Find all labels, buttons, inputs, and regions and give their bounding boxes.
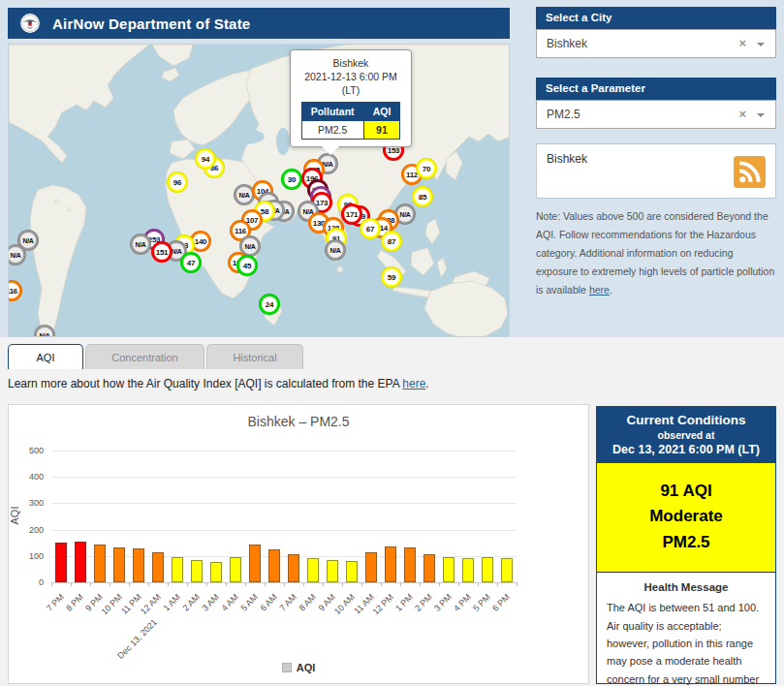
chart-bar[interactable] [346,561,358,582]
chart-bar[interactable] [210,562,222,582]
city-panel-header: Select a City [536,7,776,29]
chart-bar[interactable] [75,542,86,582]
parameter-clear-icon[interactable]: × [738,101,746,128]
chart-x-tick [245,582,246,586]
health-message-text: The AQI is between 51 and 100. Air quali… [597,599,775,686]
chart-x-tick [458,582,459,586]
tooltip-city: Bishkek [295,56,407,70]
aqi-marker-value: 94 [198,151,213,167]
aqi-map-marker[interactable]: 67 [360,218,381,239]
aqi-map-marker[interactable]: 24 [259,294,280,315]
chart-x-tick [51,582,52,586]
aqi-marker-value: 140 [193,234,208,249]
chart-bar[interactable] [404,547,416,582]
tooltip-pollutant-value: PM2.5 [301,120,363,139]
aqi-map-marker[interactable]: 47 [180,252,202,273]
learn-more-text: Learn more about how the Air Quality Ind… [8,377,429,390]
chart-bar[interactable] [249,545,261,582]
chart-bar[interactable] [152,552,164,582]
chart-bar[interactable] [423,554,435,582]
chart-x-tick [478,582,479,586]
city-dropdown-arrow-icon[interactable] [757,43,765,50]
rss-feed-box: Bishkek [536,143,776,199]
chart-bar[interactable] [172,557,183,582]
conditions-pollutant: PM2.5 [597,530,775,555]
chart-bar[interactable] [133,548,144,582]
chart-title: Bishkek – PM2.5 [9,414,588,429]
aqi-map-marker[interactable]: 45 [236,255,258,276]
tooltip-aqi-value: 91 [363,120,400,139]
chart-bar[interactable] [288,554,299,582]
tab-aqi[interactable]: AQI [8,344,83,369]
note-here-link[interactable]: here [589,284,610,296]
chart-bar[interactable] [113,547,125,582]
aqi-marker-value: N/A [242,238,258,254]
chart-bar[interactable] [501,558,513,582]
parameter-select[interactable]: PM2.5 × [536,100,776,129]
aqi-marker-value: 45 [239,258,255,273]
aqi-marker-value: 87 [384,234,399,249]
chart-legend[interactable]: AQI [9,662,588,673]
chart-y-tick-label: 500 [13,446,44,455]
chart-x-tick [439,582,440,586]
city-clear-icon[interactable]: × [738,30,746,57]
aqi-marker-value: N/A [20,233,36,248]
city-select[interactable]: Bishkek × [536,29,776,58]
aqi-marker-value: 171 [344,206,360,222]
aqi-map-marker[interactable]: 171 [341,203,362,225]
chart-bar[interactable] [55,543,67,582]
chart-bar[interactable] [443,557,455,582]
chart-bar[interactable] [365,552,377,582]
chart-x-tick [148,582,149,586]
aqi-marker-value: 151 [154,244,170,260]
chart-bar[interactable] [230,557,241,582]
chart-bar[interactable] [385,546,396,582]
parameter-panel-header: Select a Parameter [536,78,776,100]
tooltip-table: Pollutant AQI PM2.5 91 [301,102,401,140]
aqi-bar-chart: Bishkek – PM2.5 AQI 01002003004005007 PM… [8,404,589,684]
chart-x-tick [168,582,169,586]
learn-more-body: Learn more about how the Air Quality Ind… [8,377,402,390]
aqi-map-marker[interactable]: 96 [167,172,188,193]
aqi-marker-value: N/A [397,206,413,222]
chart-x-tick [361,582,362,586]
aqi-map-marker[interactable]: N/A [325,239,346,261]
aqi-marker-value: 67 [362,221,378,236]
aqi-map-marker[interactable]: 59 [381,266,402,288]
aqi-map-marker[interactable]: 87 [381,231,402,252]
chart-x-tick [497,582,498,586]
parameter-dropdown-arrow-icon[interactable] [757,113,765,121]
chart-bar[interactable] [268,549,280,582]
chart-bar[interactable] [327,560,338,582]
chart-x-tick [187,582,188,586]
map-tooltip: Bishkek 2021-12-13 6:00 PM (LT) Pollutan… [290,49,412,147]
chart-bar[interactable] [191,560,203,582]
chart-gridline [51,530,517,531]
aqi-map-marker[interactable]: 94 [195,148,216,170]
learn-more-here-link[interactable]: here [402,377,425,390]
aqi-marker-value: 47 [183,255,199,270]
aqi-map-marker[interactable]: 30 [281,169,302,190]
aqi-map-marker[interactable]: 151 [151,241,172,263]
tab-historical[interactable]: Historical [206,344,303,369]
aqi-marker-value: N/A [236,187,252,203]
aqi-marker-value: 70 [419,161,434,176]
chart-x-tick [71,582,72,586]
chart-gridline [51,503,517,504]
beyond-aqi-note: Note: Values above 500 are considered Be… [536,207,776,298]
chart-y-tick-label: 200 [13,525,44,535]
aqi-map-marker[interactable]: 85 [412,186,433,207]
legend-swatch-icon [282,663,292,672]
chart-x-tick [400,582,401,586]
chart-bar[interactable] [94,545,106,582]
chart-bar[interactable] [307,558,319,582]
current-conditions-header: Current Conditions observed at Dec 13, 2… [597,407,775,463]
aqi-marker-value: N/A [8,247,23,263]
aqi-map-marker[interactable]: 70 [416,158,437,179]
world-map[interactable]: N/AN/A116N/A369496N/A104N/AN/AN/A5810711… [8,44,510,337]
aqi-map-marker[interactable]: N/A [130,234,151,255]
rss-icon[interactable] [734,156,766,188]
tab-concentration[interactable]: Concentration [85,344,204,369]
chart-bar[interactable] [462,558,474,582]
chart-bar[interactable] [482,557,493,582]
